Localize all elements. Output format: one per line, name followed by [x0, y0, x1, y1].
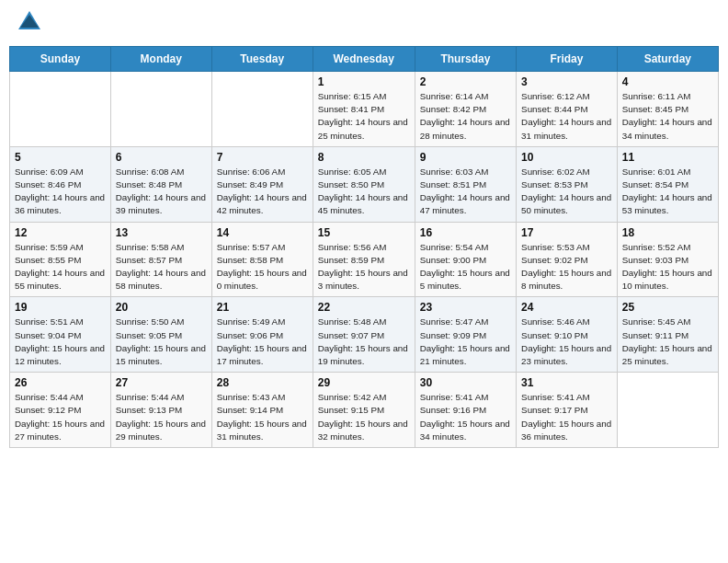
day-number: 5 [15, 151, 106, 164]
day-info: Sunrise: 6:05 AM Sunset: 8:50 PM Dayligh… [318, 166, 410, 218]
calendar-cell: 6Sunrise: 6:08 AM Sunset: 8:48 PM Daylig… [110, 146, 211, 222]
calendar-cell [211, 72, 313, 147]
day-info: Sunrise: 6:11 AM Sunset: 8:45 PM Dayligh… [622, 90, 713, 143]
calendar-cell: 14Sunrise: 5:57 AM Sunset: 8:58 PM Dayli… [211, 222, 313, 297]
day-number: 14 [217, 226, 308, 239]
day-info: Sunrise: 5:56 AM Sunset: 8:59 PM Dayligh… [318, 241, 410, 293]
calendar-body: 1Sunrise: 6:15 AM Sunset: 8:41 PM Daylig… [10, 72, 719, 448]
calendar-cell: 22Sunrise: 5:48 AM Sunset: 9:07 PM Dayli… [313, 297, 415, 373]
day-info: Sunrise: 5:49 AM Sunset: 9:06 PM Dayligh… [217, 316, 308, 368]
day-info: Sunrise: 5:41 AM Sunset: 9:17 PM Dayligh… [521, 391, 612, 443]
day-info: Sunrise: 5:42 AM Sunset: 9:15 PM Dayligh… [318, 391, 410, 443]
day-number: 11 [622, 151, 713, 164]
day-info: Sunrise: 5:52 AM Sunset: 9:03 PM Dayligh… [622, 241, 713, 293]
calendar-cell: 26Sunrise: 5:44 AM Sunset: 9:12 PM Dayli… [10, 373, 111, 448]
day-info: Sunrise: 6:15 AM Sunset: 8:41 PM Dayligh… [318, 90, 410, 143]
days-of-week-row: SundayMondayTuesdayWednesdayThursdayFrid… [10, 47, 719, 72]
calendar-cell: 5Sunrise: 6:09 AM Sunset: 8:46 PM Daylig… [10, 146, 111, 222]
day-info: Sunrise: 5:51 AM Sunset: 9:04 PM Dayligh… [15, 316, 106, 368]
day-info: Sunrise: 5:58 AM Sunset: 8:57 PM Dayligh… [116, 241, 207, 293]
logo-icon [17, 9, 42, 35]
day-number: 20 [116, 301, 207, 314]
calendar-cell: 23Sunrise: 5:47 AM Sunset: 9:09 PM Dayli… [415, 297, 516, 373]
calendar-cell: 3Sunrise: 6:12 AM Sunset: 8:44 PM Daylig… [517, 72, 618, 147]
calendar-week-row: 1Sunrise: 6:15 AM Sunset: 8:41 PM Daylig… [10, 72, 719, 147]
calendar-cell: 8Sunrise: 6:05 AM Sunset: 8:50 PM Daylig… [313, 146, 415, 222]
day-info: Sunrise: 5:50 AM Sunset: 9:05 PM Dayligh… [116, 316, 207, 368]
calendar-cell [617, 373, 718, 448]
calendar-cell: 30Sunrise: 5:41 AM Sunset: 9:16 PM Dayli… [415, 373, 516, 448]
day-info: Sunrise: 6:14 AM Sunset: 8:42 PM Dayligh… [420, 90, 511, 143]
calendar-table: SundayMondayTuesdayWednesdayThursdayFrid… [9, 46, 719, 448]
day-info: Sunrise: 5:41 AM Sunset: 9:16 PM Dayligh… [420, 391, 511, 443]
day-number: 19 [15, 301, 106, 314]
calendar-cell: 12Sunrise: 5:59 AM Sunset: 8:55 PM Dayli… [10, 222, 111, 297]
day-info: Sunrise: 5:54 AM Sunset: 9:00 PM Dayligh… [420, 241, 511, 293]
day-number: 8 [318, 151, 410, 164]
day-number: 25 [622, 301, 713, 314]
day-info: Sunrise: 6:12 AM Sunset: 8:44 PM Dayligh… [521, 90, 612, 143]
day-info: Sunrise: 6:08 AM Sunset: 8:48 PM Dayligh… [116, 166, 207, 218]
calendar-week-row: 26Sunrise: 5:44 AM Sunset: 9:12 PM Dayli… [10, 373, 719, 448]
day-number: 16 [420, 226, 511, 239]
calendar-week-row: 5Sunrise: 6:09 AM Sunset: 8:46 PM Daylig… [10, 146, 719, 222]
day-info: Sunrise: 5:44 AM Sunset: 9:12 PM Dayligh… [15, 391, 106, 443]
calendar-week-row: 19Sunrise: 5:51 AM Sunset: 9:04 PM Dayli… [10, 297, 719, 373]
calendar-cell: 11Sunrise: 6:01 AM Sunset: 8:54 PM Dayli… [617, 146, 718, 222]
day-info: Sunrise: 6:09 AM Sunset: 8:46 PM Dayligh… [15, 166, 106, 218]
calendar-cell: 24Sunrise: 5:46 AM Sunset: 9:10 PM Dayli… [517, 297, 618, 373]
page-header [9, 9, 719, 39]
day-info: Sunrise: 5:44 AM Sunset: 9:13 PM Dayligh… [116, 391, 207, 443]
day-number: 10 [521, 151, 612, 164]
calendar-cell: 4Sunrise: 6:11 AM Sunset: 8:45 PM Daylig… [617, 72, 718, 147]
day-number: 9 [420, 151, 511, 164]
calendar-cell: 9Sunrise: 6:03 AM Sunset: 8:51 PM Daylig… [415, 146, 516, 222]
calendar-cell: 16Sunrise: 5:54 AM Sunset: 9:00 PM Dayli… [415, 222, 516, 297]
day-info: Sunrise: 5:45 AM Sunset: 9:11 PM Dayligh… [622, 316, 713, 368]
day-number: 31 [521, 376, 612, 389]
day-of-week-header: Tuesday [211, 47, 313, 72]
day-info: Sunrise: 6:06 AM Sunset: 8:49 PM Dayligh… [217, 166, 308, 218]
calendar-cell: 21Sunrise: 5:49 AM Sunset: 9:06 PM Dayli… [211, 297, 313, 373]
day-info: Sunrise: 5:43 AM Sunset: 9:14 PM Dayligh… [217, 391, 308, 443]
day-number: 3 [521, 75, 612, 88]
day-number: 22 [318, 301, 410, 314]
calendar-week-row: 12Sunrise: 5:59 AM Sunset: 8:55 PM Dayli… [10, 222, 719, 297]
day-number: 17 [521, 226, 612, 239]
day-of-week-header: Wednesday [313, 47, 415, 72]
day-number: 30 [420, 376, 511, 389]
day-number: 6 [116, 151, 207, 164]
day-of-week-header: Sunday [10, 47, 111, 72]
day-number: 4 [622, 75, 713, 88]
day-info: Sunrise: 6:03 AM Sunset: 8:51 PM Dayligh… [420, 166, 511, 218]
day-number: 23 [420, 301, 511, 314]
day-info: Sunrise: 5:57 AM Sunset: 8:58 PM Dayligh… [217, 241, 308, 293]
day-info: Sunrise: 5:48 AM Sunset: 9:07 PM Dayligh… [318, 316, 410, 368]
day-number: 21 [217, 301, 308, 314]
day-number: 15 [318, 226, 410, 239]
day-of-week-header: Saturday [617, 47, 718, 72]
day-info: Sunrise: 5:59 AM Sunset: 8:55 PM Dayligh… [15, 241, 106, 293]
day-number: 7 [217, 151, 308, 164]
day-info: Sunrise: 5:47 AM Sunset: 9:09 PM Dayligh… [420, 316, 511, 368]
calendar-cell: 29Sunrise: 5:42 AM Sunset: 9:15 PM Dayli… [313, 373, 415, 448]
calendar-cell: 2Sunrise: 6:14 AM Sunset: 8:42 PM Daylig… [415, 72, 516, 147]
day-info: Sunrise: 5:46 AM Sunset: 9:10 PM Dayligh… [521, 316, 612, 368]
day-number: 2 [420, 75, 511, 88]
calendar-cell [10, 72, 111, 147]
calendar-cell: 15Sunrise: 5:56 AM Sunset: 8:59 PM Dayli… [313, 222, 415, 297]
day-number: 24 [521, 301, 612, 314]
calendar-cell: 7Sunrise: 6:06 AM Sunset: 8:49 PM Daylig… [211, 146, 313, 222]
day-info: Sunrise: 5:53 AM Sunset: 9:02 PM Dayligh… [521, 241, 612, 293]
day-number: 27 [116, 376, 207, 389]
calendar-cell: 10Sunrise: 6:02 AM Sunset: 8:53 PM Dayli… [517, 146, 618, 222]
calendar-header: SundayMondayTuesdayWednesdayThursdayFrid… [10, 47, 719, 72]
day-of-week-header: Thursday [415, 47, 516, 72]
logo [17, 13, 44, 35]
calendar-cell: 1Sunrise: 6:15 AM Sunset: 8:41 PM Daylig… [313, 72, 415, 147]
day-info: Sunrise: 6:02 AM Sunset: 8:53 PM Dayligh… [521, 166, 612, 218]
calendar-cell: 13Sunrise: 5:58 AM Sunset: 8:57 PM Dayli… [110, 222, 211, 297]
day-number: 28 [217, 376, 308, 389]
calendar-cell: 17Sunrise: 5:53 AM Sunset: 9:02 PM Dayli… [517, 222, 618, 297]
calendar-cell [110, 72, 211, 147]
